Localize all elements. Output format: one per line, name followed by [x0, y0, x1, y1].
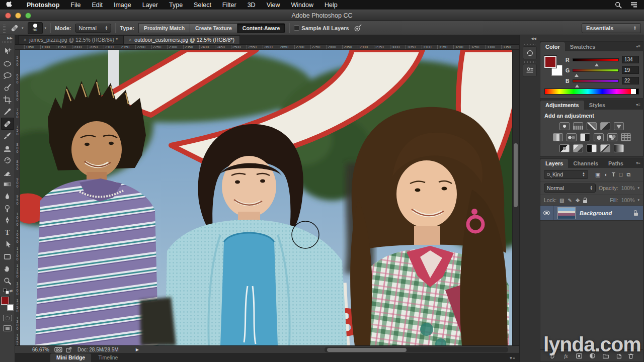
brush-size-picker[interactable]: 90 ▾: [28, 22, 47, 34]
dock-grip[interactable]: [524, 61, 535, 63]
menu-item[interactable]: View: [261, 2, 286, 9]
panel-menu-icon[interactable]: ▾≡: [636, 103, 640, 107]
menu-item[interactable]: Select: [188, 2, 217, 9]
panel-tab[interactable]: Adjustments: [540, 101, 584, 110]
history-brush-tool[interactable]: [1, 154, 14, 166]
eyedropper-tool[interactable]: [1, 106, 14, 118]
add-layer-mask-icon[interactable]: [575, 352, 583, 359]
invert-icon[interactable]: [559, 144, 570, 152]
blue-slider-thumb[interactable]: [575, 82, 579, 87]
spotlight-search-icon[interactable]: [615, 2, 622, 9]
panel-tab[interactable]: Styles: [584, 101, 610, 110]
color-spectrum-ramp[interactable]: [544, 88, 639, 95]
close-tab-icon[interactable]: ×: [24, 37, 26, 42]
horizontal-scrollbar[interactable]: [325, 347, 508, 352]
type-option-button[interactable]: Proximity Match: [138, 23, 190, 33]
quick-mask-button[interactable]: [3, 315, 12, 321]
panel-tab[interactable]: Layers: [540, 159, 568, 168]
curves-icon[interactable]: [587, 122, 597, 130]
menu-item[interactable]: Type: [164, 2, 188, 9]
levels-icon[interactable]: [573, 122, 583, 130]
eraser-tool[interactable]: [1, 166, 14, 178]
blur-tool[interactable]: [1, 190, 14, 202]
dock-grip[interactable]: [524, 44, 535, 45]
layer-row-background[interactable]: Background: [540, 206, 643, 221]
zoom-tool[interactable]: [1, 275, 14, 287]
pen-tool[interactable]: [1, 214, 14, 226]
menu-item[interactable]: Layer: [137, 2, 164, 9]
screen-mode-button[interactable]: [3, 325, 12, 331]
pixel-layer-filter-icon[interactable]: ▣: [595, 171, 600, 178]
lock-position-icon[interactable]: ✥: [576, 198, 580, 203]
fill-value[interactable]: 100%: [621, 197, 635, 203]
menu-item[interactable]: Photoshop: [21, 2, 65, 9]
vertical-scrollbar-thumb[interactable]: [514, 143, 518, 207]
panel-tab[interactable]: Color: [540, 42, 565, 51]
gradient-map-icon[interactable]: [614, 144, 624, 152]
posterize-icon[interactable]: [573, 144, 583, 152]
foreground-color-swatch[interactable]: [1, 297, 9, 305]
menu-item[interactable]: Image: [108, 2, 137, 9]
apple-menu-icon[interactable]: [6, 1, 14, 9]
background-color-swatch[interactable]: [7, 304, 14, 311]
status-detail-arrow-icon[interactable]: ▶: [136, 347, 139, 352]
spectrum-black[interactable]: [636, 89, 638, 94]
adjustment-layer-filter-icon[interactable]: ◐: [604, 171, 608, 177]
vibrance-icon[interactable]: [614, 122, 624, 130]
gradient-tool[interactable]: [1, 178, 14, 190]
photo-filter-icon[interactable]: [594, 133, 604, 141]
spectrum-gradient[interactable]: [545, 89, 631, 94]
link-layers-icon[interactable]: [549, 352, 556, 359]
marquee-tool[interactable]: [1, 57, 14, 69]
blend-mode-select[interactable]: Normal ▲▼: [544, 184, 596, 193]
brightness-contrast-icon[interactable]: [559, 122, 570, 130]
properties-panel-button[interactable]: [523, 64, 537, 77]
close-tab-icon[interactable]: ×: [129, 37, 131, 42]
mini-bridge-launcher-icon[interactable]: [54, 346, 62, 352]
lock-all-icon[interactable]: [583, 200, 587, 203]
layer-style-fx-icon[interactable]: fx: [562, 352, 570, 359]
tablet-pressure-icon[interactable]: [353, 24, 362, 33]
spectrum-white[interactable]: [631, 89, 636, 94]
layer-thumbnail[interactable]: [557, 207, 576, 219]
panel-tab[interactable]: Swatches: [565, 42, 601, 51]
layer-name[interactable]: Background: [580, 210, 634, 216]
panel-menu-icon[interactable]: ▾≡: [636, 161, 640, 165]
expand-tools-icon[interactable]: ▶▶: [7, 36, 13, 40]
panel-menu-icon[interactable]: ▾≡: [636, 44, 640, 49]
zoom-percentage[interactable]: 66.67%: [32, 347, 49, 352]
red-slider-thumb[interactable]: [595, 61, 599, 66]
menu-item[interactable]: Help: [319, 2, 343, 9]
sample-all-layers-checkbox[interactable]: [294, 25, 299, 31]
panel-tab[interactable]: Channels: [568, 159, 603, 168]
new-layer-icon[interactable]: [615, 352, 622, 359]
export-icon[interactable]: [65, 346, 72, 353]
channel-mixer-icon[interactable]: [607, 133, 617, 141]
crop-tool[interactable]: [1, 94, 14, 106]
type-option-button[interactable]: Content-Aware: [237, 23, 285, 33]
doc-size-info[interactable]: Doc: 28.5M/28.5M: [77, 347, 119, 352]
panel-tab[interactable]: Paths: [603, 159, 628, 168]
panel-menu-icon[interactable]: ▼≡: [509, 356, 515, 360]
delete-layer-icon[interactable]: [627, 352, 634, 359]
options-bar-grip[interactable]: [3, 24, 6, 33]
type-layer-filter-icon[interactable]: T: [612, 171, 615, 177]
shape-layer-filter-icon[interactable]: □: [619, 171, 623, 177]
menu-item[interactable]: Window: [286, 2, 319, 9]
document-tab[interactable]: × james_pizza.jpg @ 12.5% (RGB/8#) *: [18, 35, 123, 44]
type-tool[interactable]: T: [1, 226, 14, 238]
foreground-color-swatch[interactable]: [544, 56, 556, 68]
quick-selection-tool[interactable]: [1, 81, 14, 94]
tool-preset-picker[interactable]: ▾: [10, 24, 24, 33]
notification-list-icon[interactable]: [630, 2, 638, 8]
lasso-tool[interactable]: [1, 69, 14, 81]
history-panel-button[interactable]: [523, 46, 537, 59]
menu-item[interactable]: Filter: [217, 2, 242, 9]
new-adjustment-layer-icon[interactable]: [589, 352, 596, 359]
layer-filter-select[interactable]: Kind ▲▼: [544, 170, 588, 179]
swap-colors-icon[interactable]: ⇄: [10, 289, 13, 293]
visibility-toggle[interactable]: [540, 206, 553, 220]
default-swatches-control[interactable]: ⇄: [2, 289, 13, 295]
smart-object-filter-icon[interactable]: ⧉: [626, 171, 630, 178]
path-selection-tool[interactable]: [1, 238, 14, 250]
